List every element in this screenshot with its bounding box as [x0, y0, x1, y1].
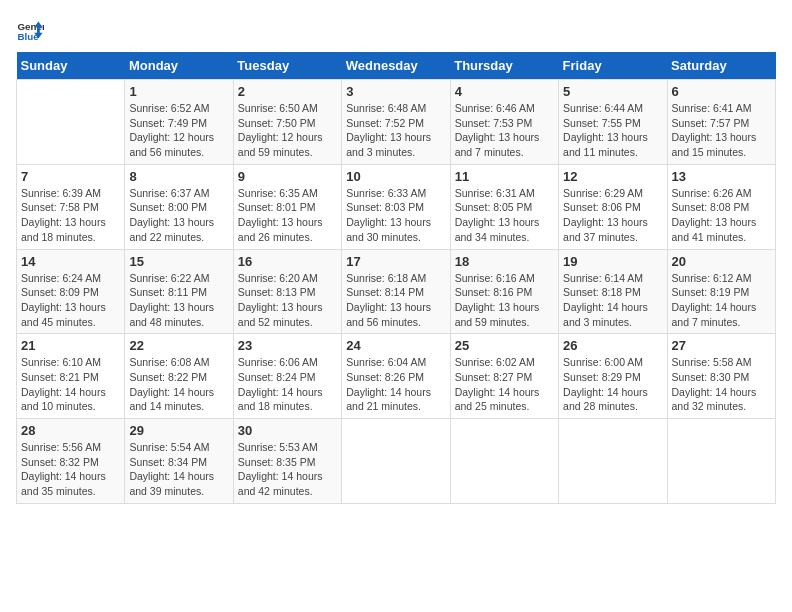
day-number: 2 [238, 84, 337, 99]
day-cell: 10 Sunrise: 6:33 AMSunset: 8:03 PMDaylig… [342, 164, 450, 249]
week-row-2: 7 Sunrise: 6:39 AMSunset: 7:58 PMDayligh… [17, 164, 776, 249]
day-number: 9 [238, 169, 337, 184]
day-info: Sunrise: 6:00 AMSunset: 8:29 PMDaylight:… [563, 355, 662, 414]
week-row-4: 21 Sunrise: 6:10 AMSunset: 8:21 PMDaylig… [17, 334, 776, 419]
day-info: Sunrise: 6:37 AMSunset: 8:00 PMDaylight:… [129, 186, 228, 245]
day-number: 27 [672, 338, 771, 353]
day-number: 22 [129, 338, 228, 353]
day-cell: 8 Sunrise: 6:37 AMSunset: 8:00 PMDayligh… [125, 164, 233, 249]
day-cell: 3 Sunrise: 6:48 AMSunset: 7:52 PMDayligh… [342, 80, 450, 165]
day-info: Sunrise: 6:44 AMSunset: 7:55 PMDaylight:… [563, 101, 662, 160]
day-number: 18 [455, 254, 554, 269]
day-number: 14 [21, 254, 120, 269]
day-number: 6 [672, 84, 771, 99]
day-info: Sunrise: 5:54 AMSunset: 8:34 PMDaylight:… [129, 440, 228, 499]
day-cell: 6 Sunrise: 6:41 AMSunset: 7:57 PMDayligh… [667, 80, 775, 165]
day-cell [17, 80, 125, 165]
day-info: Sunrise: 6:41 AMSunset: 7:57 PMDaylight:… [672, 101, 771, 160]
day-cell: 24 Sunrise: 6:04 AMSunset: 8:26 PMDaylig… [342, 334, 450, 419]
day-info: Sunrise: 6:24 AMSunset: 8:09 PMDaylight:… [21, 271, 120, 330]
day-number: 12 [563, 169, 662, 184]
day-header-monday: Monday [125, 52, 233, 80]
day-number: 15 [129, 254, 228, 269]
week-row-1: 1 Sunrise: 6:52 AMSunset: 7:49 PMDayligh… [17, 80, 776, 165]
day-cell: 12 Sunrise: 6:29 AMSunset: 8:06 PMDaylig… [559, 164, 667, 249]
day-cell [559, 419, 667, 504]
day-cell: 25 Sunrise: 6:02 AMSunset: 8:27 PMDaylig… [450, 334, 558, 419]
day-cell: 28 Sunrise: 5:56 AMSunset: 8:32 PMDaylig… [17, 419, 125, 504]
day-info: Sunrise: 5:56 AMSunset: 8:32 PMDaylight:… [21, 440, 120, 499]
day-cell: 17 Sunrise: 6:18 AMSunset: 8:14 PMDaylig… [342, 249, 450, 334]
day-cell: 11 Sunrise: 6:31 AMSunset: 8:05 PMDaylig… [450, 164, 558, 249]
day-number: 8 [129, 169, 228, 184]
day-cell: 29 Sunrise: 5:54 AMSunset: 8:34 PMDaylig… [125, 419, 233, 504]
day-info: Sunrise: 6:39 AMSunset: 7:58 PMDaylight:… [21, 186, 120, 245]
logo: General Blue [16, 16, 44, 44]
day-number: 7 [21, 169, 120, 184]
day-number: 30 [238, 423, 337, 438]
day-number: 4 [455, 84, 554, 99]
svg-text:Blue: Blue [17, 31, 39, 42]
day-number: 5 [563, 84, 662, 99]
day-info: Sunrise: 6:18 AMSunset: 8:14 PMDaylight:… [346, 271, 445, 330]
day-number: 10 [346, 169, 445, 184]
day-cell: 26 Sunrise: 6:00 AMSunset: 8:29 PMDaylig… [559, 334, 667, 419]
day-info: Sunrise: 6:20 AMSunset: 8:13 PMDaylight:… [238, 271, 337, 330]
day-cell: 27 Sunrise: 5:58 AMSunset: 8:30 PMDaylig… [667, 334, 775, 419]
day-cell: 14 Sunrise: 6:24 AMSunset: 8:09 PMDaylig… [17, 249, 125, 334]
day-info: Sunrise: 6:12 AMSunset: 8:19 PMDaylight:… [672, 271, 771, 330]
day-cell: 5 Sunrise: 6:44 AMSunset: 7:55 PMDayligh… [559, 80, 667, 165]
day-number: 28 [21, 423, 120, 438]
day-info: Sunrise: 6:48 AMSunset: 7:52 PMDaylight:… [346, 101, 445, 160]
day-cell: 18 Sunrise: 6:16 AMSunset: 8:16 PMDaylig… [450, 249, 558, 334]
day-info: Sunrise: 6:52 AMSunset: 7:49 PMDaylight:… [129, 101, 228, 160]
day-info: Sunrise: 6:16 AMSunset: 8:16 PMDaylight:… [455, 271, 554, 330]
day-cell [667, 419, 775, 504]
day-cell: 30 Sunrise: 5:53 AMSunset: 8:35 PMDaylig… [233, 419, 341, 504]
day-cell: 21 Sunrise: 6:10 AMSunset: 8:21 PMDaylig… [17, 334, 125, 419]
day-number: 13 [672, 169, 771, 184]
calendar-table: SundayMondayTuesdayWednesdayThursdayFrid… [16, 52, 776, 504]
day-info: Sunrise: 6:14 AMSunset: 8:18 PMDaylight:… [563, 271, 662, 330]
day-number: 26 [563, 338, 662, 353]
week-row-5: 28 Sunrise: 5:56 AMSunset: 8:32 PMDaylig… [17, 419, 776, 504]
day-cell: 1 Sunrise: 6:52 AMSunset: 7:49 PMDayligh… [125, 80, 233, 165]
day-cell: 23 Sunrise: 6:06 AMSunset: 8:24 PMDaylig… [233, 334, 341, 419]
day-info: Sunrise: 6:50 AMSunset: 7:50 PMDaylight:… [238, 101, 337, 160]
day-number: 20 [672, 254, 771, 269]
day-number: 3 [346, 84, 445, 99]
day-header-tuesday: Tuesday [233, 52, 341, 80]
day-cell: 15 Sunrise: 6:22 AMSunset: 8:11 PMDaylig… [125, 249, 233, 334]
day-cell: 20 Sunrise: 6:12 AMSunset: 8:19 PMDaylig… [667, 249, 775, 334]
logo-icon: General Blue [16, 16, 44, 44]
day-cell: 2 Sunrise: 6:50 AMSunset: 7:50 PMDayligh… [233, 80, 341, 165]
day-header-saturday: Saturday [667, 52, 775, 80]
day-info: Sunrise: 6:26 AMSunset: 8:08 PMDaylight:… [672, 186, 771, 245]
day-info: Sunrise: 6:29 AMSunset: 8:06 PMDaylight:… [563, 186, 662, 245]
day-number: 11 [455, 169, 554, 184]
day-cell [450, 419, 558, 504]
day-info: Sunrise: 6:06 AMSunset: 8:24 PMDaylight:… [238, 355, 337, 414]
day-number: 25 [455, 338, 554, 353]
header: General Blue [16, 16, 776, 44]
day-number: 29 [129, 423, 228, 438]
day-number: 21 [21, 338, 120, 353]
day-number: 17 [346, 254, 445, 269]
day-cell: 9 Sunrise: 6:35 AMSunset: 8:01 PMDayligh… [233, 164, 341, 249]
day-info: Sunrise: 6:33 AMSunset: 8:03 PMDaylight:… [346, 186, 445, 245]
day-info: Sunrise: 5:53 AMSunset: 8:35 PMDaylight:… [238, 440, 337, 499]
day-header-sunday: Sunday [17, 52, 125, 80]
day-header-friday: Friday [559, 52, 667, 80]
day-number: 23 [238, 338, 337, 353]
day-cell [342, 419, 450, 504]
day-number: 19 [563, 254, 662, 269]
day-info: Sunrise: 5:58 AMSunset: 8:30 PMDaylight:… [672, 355, 771, 414]
day-info: Sunrise: 6:31 AMSunset: 8:05 PMDaylight:… [455, 186, 554, 245]
day-cell: 19 Sunrise: 6:14 AMSunset: 8:18 PMDaylig… [559, 249, 667, 334]
day-header-thursday: Thursday [450, 52, 558, 80]
day-info: Sunrise: 6:35 AMSunset: 8:01 PMDaylight:… [238, 186, 337, 245]
day-cell: 4 Sunrise: 6:46 AMSunset: 7:53 PMDayligh… [450, 80, 558, 165]
day-cell: 22 Sunrise: 6:08 AMSunset: 8:22 PMDaylig… [125, 334, 233, 419]
day-info: Sunrise: 6:22 AMSunset: 8:11 PMDaylight:… [129, 271, 228, 330]
day-info: Sunrise: 6:10 AMSunset: 8:21 PMDaylight:… [21, 355, 120, 414]
